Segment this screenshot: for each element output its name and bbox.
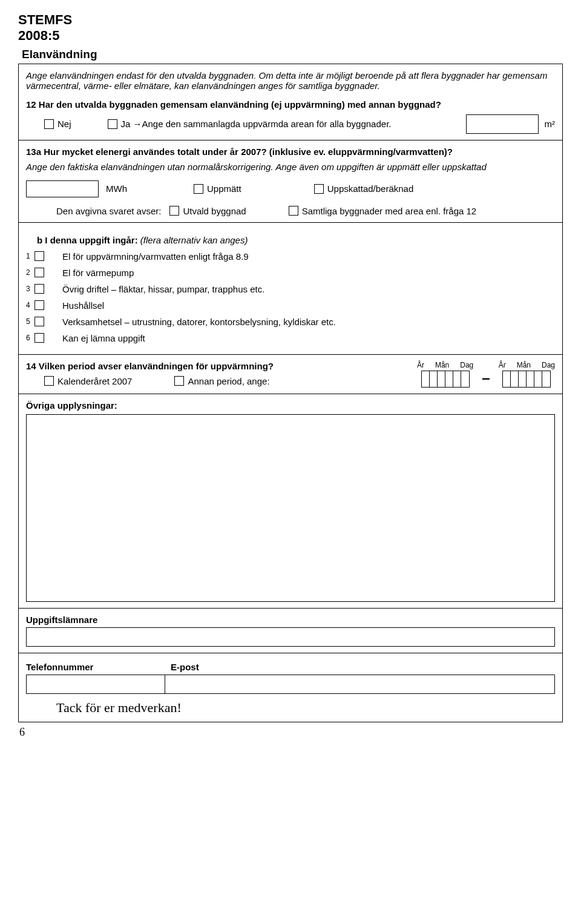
checkbox-opt-4[interactable] xyxy=(34,300,44,310)
checkbox-opt-6[interactable] xyxy=(34,333,44,343)
q14-options: Kalenderåret 2007 Annan period, ange: xyxy=(44,376,417,386)
date-to-col: År Mån Dag xyxy=(499,361,555,388)
page-number: 6 xyxy=(19,726,563,739)
checkbox-utvald-byggnad[interactable] xyxy=(169,206,179,216)
label-kalender: Kalenderåret 2007 xyxy=(57,376,132,386)
date-dash: – xyxy=(482,369,490,388)
q13b-title: b I denna uppgift ingår: (flera alternat… xyxy=(37,235,555,245)
label-opt-3: Övrig driftel – fläktar, hissar, pumpar,… xyxy=(62,284,264,294)
label-dag-1: Dag xyxy=(460,361,473,369)
label-dag-2: Dag xyxy=(542,361,555,369)
item-num-6: 6 xyxy=(26,334,34,342)
input-uppgiftslamnare[interactable] xyxy=(26,627,555,647)
label-opt-2: El för värmepump xyxy=(62,268,134,278)
box-ovriga: Övriga upplysningar: xyxy=(18,394,563,609)
q13b-item-1: 1 El för uppvärmning/varmvatten enligt f… xyxy=(26,251,555,262)
input-telefon[interactable] xyxy=(26,675,165,694)
checkbox-annan-period[interactable] xyxy=(174,376,184,386)
header-line1: STEMFS xyxy=(18,12,563,28)
label-nej: Nej xyxy=(57,119,71,129)
q13b-title-bold: b I denna uppgift ingår: xyxy=(37,235,138,245)
item-num-4: 4 xyxy=(26,301,34,309)
input-area[interactable] xyxy=(466,114,539,134)
q12-intro: Ange elanvändningen endast för den utval… xyxy=(26,70,555,91)
q13b-item-6: 6 Kan ej lämna uppgift xyxy=(26,333,555,343)
input-date-to[interactable] xyxy=(502,371,551,388)
date-from-col: År Mån Dag xyxy=(417,361,473,388)
label-uppskattad: Uppskattad/beräknad xyxy=(327,183,414,194)
label-mwh: MWh xyxy=(106,183,127,194)
checkbox-opt-5[interactable] xyxy=(34,317,44,326)
label-man-2: Mån xyxy=(517,361,531,369)
box-uppgiftslamnare: Uppgiftslämnare xyxy=(18,609,563,653)
checkbox-opt-1[interactable] xyxy=(34,251,44,261)
item-num-3: 3 xyxy=(26,285,34,293)
checkbox-samtliga[interactable] xyxy=(289,206,298,216)
box-q13a: 13a Hur mycket elenergi användes totalt … xyxy=(18,140,563,223)
q13b-item-4: 4 Hushållsel xyxy=(26,300,555,311)
label-man-1: Mån xyxy=(435,361,449,369)
label-opt-1: El för uppvärmning/varmvatten enligt frå… xyxy=(62,251,249,262)
checkbox-nej[interactable] xyxy=(44,119,54,129)
item-num-2: 2 xyxy=(26,268,34,277)
label-uppmatt: Uppmätt xyxy=(207,183,241,194)
q13b-item-2: 2 El för värmepump xyxy=(26,268,555,278)
label-avser: Den avgivna svaret avser: xyxy=(56,206,161,216)
box-q12: Ange elanvändningen endast för den utval… xyxy=(18,64,563,140)
q13a-mwh-row: MWh Uppmätt Uppskattad/beräknad xyxy=(26,180,555,197)
item-num-1: 1 xyxy=(26,252,34,260)
checkbox-ja[interactable] xyxy=(108,119,117,129)
label-uppgiftslamnare: Uppgiftslämnare xyxy=(26,615,555,625)
label-opt-5: Verksamhetsel – utrustning, datorer, kon… xyxy=(62,317,336,327)
item-num-5: 5 xyxy=(26,317,34,326)
q13b-title-italic: (flera alternativ kan anges) xyxy=(140,235,248,245)
box-telefon-epost: Telefonnummer E-post Tack för er medverk… xyxy=(18,653,563,722)
label-ar-2: År xyxy=(499,361,506,369)
doc-header: STEMFS 2008:5 xyxy=(18,12,563,44)
date-from-labels: År Mån Dag xyxy=(417,361,473,369)
telepost-row: Telefonnummer E-post xyxy=(26,662,555,694)
label-opt-6: Kan ej lämna uppgift xyxy=(62,333,145,343)
checkbox-opt-2[interactable] xyxy=(34,268,44,277)
q13a-subtext: Ange den faktiska elanvändningen utan no… xyxy=(26,162,555,172)
label-annan-period: Annan period, ange: xyxy=(188,376,269,386)
q12-options-row: Nej Ja →Ange den sammanlagda uppvärmda a… xyxy=(26,114,555,134)
box-q13b: b I denna uppgift ingår: (flera alternat… xyxy=(18,223,563,355)
label-samtliga: Samtliga byggnader med area enl. fråga 1… xyxy=(302,206,477,216)
checkbox-uppmatt[interactable] xyxy=(194,184,203,194)
col-telefon: Telefonnummer xyxy=(26,662,165,694)
box-q14: 14 Vilken period avser elanvändningen fö… xyxy=(18,355,563,394)
input-epost[interactable] xyxy=(165,675,555,694)
header-line2: 2008:5 xyxy=(18,28,563,44)
checkbox-kalender[interactable] xyxy=(44,376,54,386)
q13b-item-5: 5 Verksamhetsel – utrustning, datorer, k… xyxy=(26,317,555,327)
label-m2: m² xyxy=(545,119,556,129)
label-utvald: Utvald byggnad xyxy=(183,206,246,216)
q13a-question: 13a Hur mycket elenergi användes totalt … xyxy=(26,147,555,157)
q14-date-group: År Mån Dag – År Mån Dag xyxy=(417,361,555,388)
label-ar-1: År xyxy=(417,361,424,369)
q13b-list: 1 El för uppvärmning/varmvatten enligt f… xyxy=(26,251,555,343)
label-telefon: Telefonnummer xyxy=(26,662,165,672)
date-to-labels: År Mån Dag xyxy=(499,361,555,369)
q13b-item-3: 3 Övrig driftel – fläktar, hissar, pumpa… xyxy=(26,284,555,294)
q14-question: 14 Vilken period avser elanvändningen fö… xyxy=(26,361,417,371)
label-opt-4: Hushållsel xyxy=(62,300,104,311)
label-ovriga: Övriga upplysningar: xyxy=(26,400,555,411)
input-ovriga[interactable] xyxy=(26,414,555,602)
section-heading-elanvandning: Elanvändning xyxy=(22,48,563,61)
checkbox-uppskattad[interactable] xyxy=(314,184,324,194)
q12-question: 12 Har den utvalda byggnaden gemensam el… xyxy=(26,99,555,110)
q14-row: 14 Vilken period avser elanvändningen fö… xyxy=(26,361,555,388)
q14-left: 14 Vilken period avser elanvändningen fö… xyxy=(26,361,417,386)
q13a-avser-row: Den avgivna svaret avser: Utvald byggnad… xyxy=(26,206,555,216)
label-epost: E-post xyxy=(165,662,555,672)
thank-you-text: Tack för er medverkan! xyxy=(56,700,555,716)
checkbox-opt-3[interactable] xyxy=(34,284,44,294)
col-epost: E-post xyxy=(165,662,555,694)
input-date-from[interactable] xyxy=(421,371,470,388)
label-ja: Ja →Ange den sammanlagda uppvärmda arean… xyxy=(121,119,392,129)
input-mwh[interactable] xyxy=(26,180,99,197)
